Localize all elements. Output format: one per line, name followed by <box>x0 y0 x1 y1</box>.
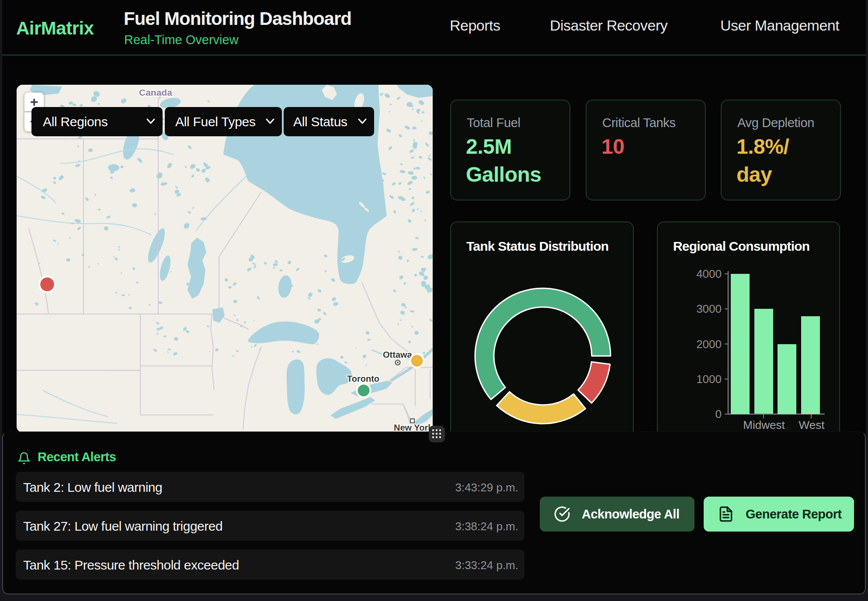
svg-text:Midwest: Midwest <box>743 418 785 432</box>
svg-text:0: 0 <box>715 408 722 421</box>
svg-text:2000: 2000 <box>696 338 722 351</box>
svg-text:3000: 3000 <box>696 302 722 315</box>
svg-text:New York: New York <box>394 423 433 432</box>
svg-text:Canada: Canada <box>139 87 172 97</box>
svg-text:Ottawa: Ottawa <box>383 350 413 359</box>
svg-text:Toronto: Toronto <box>347 374 379 383</box>
svg-text:1000: 1000 <box>696 373 722 386</box>
svg-text:4000: 4000 <box>696 267 722 280</box>
svg-text:West: West <box>799 418 825 432</box>
